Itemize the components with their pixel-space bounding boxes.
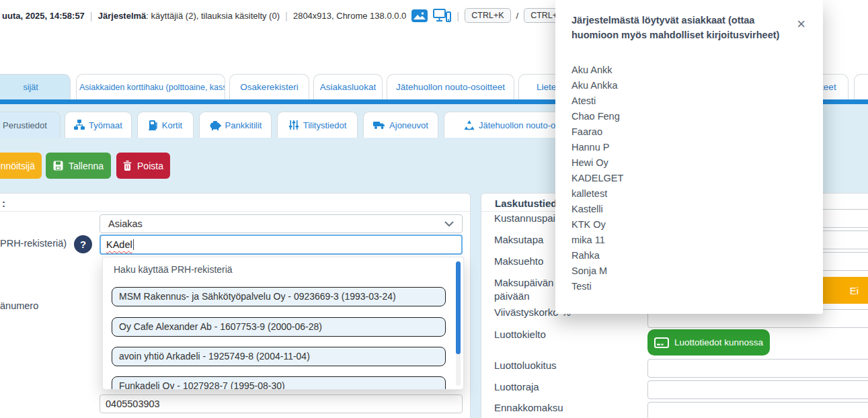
customer-list-item[interactable]: KTK Oy [571,217,606,233]
customer-list-item[interactable]: mika 11 [571,233,605,248]
dropdown-hint: Haku käyttää PRH-rekisteriä [114,264,233,275]
customer-type-select[interactable]: Asiakas [100,214,463,233]
subtab-tyomaat[interactable]: Työmaat [65,112,132,138]
customers-found-popup: Järjestelmästä löytyvät asiakkaat (ottaa… [555,0,823,314]
subtab-label: Pankkitilit [225,112,262,138]
customer-list-item[interactable]: kalletest [571,186,607,202]
subtab-label: Jätehuollon nouto-oso [479,112,565,138]
status-bar: uuta, 2025, 14:58:57 | Järjestelmä: käyt… [2,7,567,24]
search-label-fragment: PRH-rekisteriä) [0,238,67,249]
screenshot-icon[interactable] [411,9,428,22]
delete-label: Poista [137,161,163,171]
subtab-label: Työmaat [89,112,122,138]
card-header-divider [0,211,470,212]
shortcut-ctrl-k: CTRL+K [465,8,510,23]
separator: | [285,10,288,22]
piggy-bank-icon [209,120,221,130]
prh-search-dropdown: Haku käyttää PRH-rekisteriä MSM Rakennus… [102,257,464,390]
separator: | [90,10,93,22]
subtab-pankkitilit[interactable]: Pankkitilit [199,112,272,138]
display-devices-icon[interactable] [433,9,451,23]
customer-list-item[interactable]: Aku Ankk [571,62,612,78]
recycle-icon [464,120,475,130]
tab-asiakassijat[interactable]: sijät [0,74,71,99]
fuel-pump-icon [149,120,158,130]
help-icon[interactable]: ? [74,235,92,253]
popup-title: Järjestelmästä löytyvät asiakkaat (ottaa… [571,13,793,43]
phone-label-fragment: änumero [0,300,38,311]
truck-icon [373,120,385,130]
customer-list-item[interactable]: Kastelli [571,202,603,217]
save-label: Tallenna [69,161,104,171]
subtab-kortit[interactable]: Kortit [137,112,194,138]
tab-korttihaku[interactable]: Asiakkaiden korttihaku (polttoaine, kass… [76,74,225,99]
save-button[interactable]: Tallenna [46,153,111,179]
label-luottoluokitus: Luottoluokitus [494,360,557,371]
customer-list-item[interactable]: Testi [571,279,592,294]
luottoluokitus-input[interactable] [647,359,868,378]
sitemap-icon [74,120,85,130]
system-label: Järjestelmä [98,11,147,21]
trash-icon [123,161,132,171]
save-icon [53,161,63,171]
subtab-tilitystiedot[interactable]: Tilitystiedot [277,112,358,138]
subtab-label: Kortit [162,112,182,138]
phone-input[interactable] [100,394,463,413]
customer-list-item[interactable]: Atesti [571,93,596,109]
separator: | [457,10,459,22]
text-caret [133,239,134,250]
label-maksuehto: Maksuehto [494,255,543,267]
status-datetime: uuta, 2025, 14:58:57 [2,11,85,21]
close-icon[interactable]: × [797,17,805,31]
system-counts: : käyttäjiä (2), tilauksia käsitelty (0) [146,11,280,21]
manager-button[interactable]: nnöitsijä [0,153,42,179]
tab-asiakasluokat[interactable]: Asiakasluokat [313,74,383,99]
credit-status-button[interactable]: Luottotiedot kunnossa [647,329,770,356]
customer-list-item[interactable]: Rahka [571,248,600,263]
customer-list-item[interactable]: Sonja M [571,263,607,279]
subtab-label: Ajoneuvot [389,112,428,138]
customer-list-item[interactable]: KADELGET [571,171,623,186]
env-info: 2804x913, Chrome 138.0.0.0 [293,11,406,21]
customer-list-item[interactable]: Hewi Oy [571,155,608,171]
customer-search-input[interactable]: KAdel [100,235,463,255]
app-window: uuta, 2025, 14:58:57 | Järjestelmä: käyt… [0,0,868,418]
label-luottoraja: Luottoraja [494,381,539,392]
delete-button[interactable]: Poista [116,153,170,179]
label-ennakkomaksu: Ennakkomaksu [494,402,563,413]
sliders-icon [288,120,299,130]
label-maksutapa: Maksutapa [494,234,543,245]
prh-result-option[interactable]: Funkadeli Oy - 1027928-7 (1995-08-30) [112,376,446,390]
prh-result-option[interactable]: MSM Rakennus- ja Sähkötyöpalvelu Oy - 09… [112,287,446,306]
customer-card-header-fragment: : [2,198,5,209]
prh-result-option[interactable]: avoin yhtiö Arkadeli - 1925749-8 (2004-1… [112,347,446,366]
customer-list-item[interactable]: Hannu P [571,140,609,155]
shortcut-separator: / [516,11,519,21]
system-info: Järjestelmä: käyttäjiä (2), tilauksia kä… [98,11,280,21]
label-luottokielto: Luottokielto [494,329,546,340]
search-input-value: KAdel [106,239,132,250]
dropdown-scrollbar-thumb[interactable] [456,261,461,354]
chevron-down-icon [444,221,454,226]
subtab-perustiedot[interactable]: Perustiedot [0,112,61,138]
subtab-label: Tilitystiedot [303,112,347,138]
customer-list-item[interactable]: Faarao [571,124,602,140]
customer-list-item[interactable]: Aku Ankka [571,78,618,93]
tab-cut-far-right[interactable] [854,74,868,99]
customer-list-item[interactable]: Chao Feng [571,109,620,124]
luottoraja-input[interactable] [647,380,868,399]
ennakkomaksu-input[interactable] [647,402,868,418]
subtab-ajoneuvot[interactable]: Ajoneuvot [363,112,438,138]
credit-status-label: Luottotiedot kunnossa [674,337,763,347]
credit-card-icon [654,337,669,348]
tab-osakerekisteri[interactable]: Osakerekisteri [229,74,309,99]
tab-jatehuollon-nouto[interactable]: Jätehuollon nouto-osoitteet [387,74,514,99]
prh-result-option[interactable]: Oy Cafe Alexander Ab - 1607753-9 (2000-0… [112,317,446,337]
customer-type-value: Asiakas [108,218,444,229]
subtab-label: Perustiedot [3,112,47,138]
label-maksupaivan-siirto-2: päivään [494,290,530,302]
